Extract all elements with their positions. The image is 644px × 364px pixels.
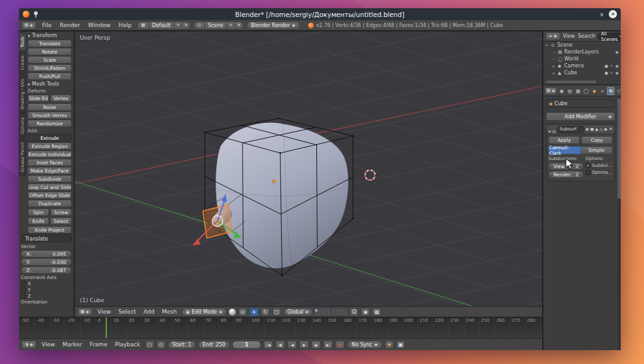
selectability-icon[interactable] — [610, 71, 613, 76]
vector-number-field[interactable]: X: 0.095 — [21, 250, 72, 258]
object-data-tab[interactable]: ▽ — [615, 87, 621, 95]
editor-type-button[interactable] — [77, 308, 92, 316]
renderability-icon[interactable] — [615, 50, 619, 55]
jump-start-button[interactable]: |◀ — [264, 341, 273, 349]
screen-layout-name[interactable]: Default — [149, 22, 174, 29]
browse-scenes-icon[interactable] — [194, 22, 205, 29]
mode-select[interactable]: Edit Mode — [182, 308, 226, 316]
timeline-ruler[interactable]: -50-40-30-20-100102030405060708090100110… — [19, 317, 542, 339]
delete-modifier-button[interactable]: ✕ — [609, 127, 613, 132]
close-window-button[interactable]: ✕ — [609, 10, 617, 18]
tool-button[interactable]: Vertex — [50, 94, 72, 102]
editor-type-button[interactable] — [21, 341, 36, 349]
end-frame-field[interactable]: End: 250 — [198, 341, 230, 349]
menu-item[interactable]: Add — [141, 309, 157, 315]
window-titlebar[interactable]: Blender* [/home/sergiy/Документы/untitle… — [19, 8, 621, 20]
menu-item[interactable]: Help — [116, 22, 135, 28]
snap-magnet-toggle[interactable] — [350, 308, 358, 316]
menu-item[interactable]: Frame — [87, 341, 109, 348]
menu-item[interactable]: Playback — [113, 341, 143, 348]
jump-end-button[interactable]: ▶| — [323, 341, 333, 349]
renderability-icon[interactable] — [615, 64, 619, 69]
play-reverse-button[interactable]: ◀ — [287, 341, 297, 349]
tool-button[interactable]: Make Edge/Face — [28, 167, 72, 174]
viewport-3d[interactable]: User Persp (1) Cube ViewSelectAddMesh Ed… — [75, 31, 542, 317]
object-tab[interactable]: ◆ — [591, 87, 598, 95]
play-button[interactable]: ▶ — [299, 341, 309, 349]
catmull-clark-toggle[interactable]: Catmull-Clark — [548, 146, 581, 154]
tool-button[interactable]: Knife — [28, 217, 49, 225]
modifier-panel-header[interactable]: Subsurf ◉ ● ▲ △ ✕ — [547, 125, 614, 134]
scrollbar-track[interactable] — [618, 96, 621, 350]
axis-checkbox[interactable] — [21, 293, 26, 299]
scrollbar-thumb[interactable] — [618, 98, 621, 199]
tool-button[interactable]: Inset Faces — [28, 159, 72, 166]
editor-type-button[interactable] — [545, 32, 560, 40]
pivot-point-select[interactable] — [238, 308, 247, 316]
tool-button[interactable]: Duplicate — [28, 200, 72, 207]
tool-button[interactable]: Extrude Region — [28, 142, 72, 150]
expand-icon[interactable]: ▸ — [553, 64, 558, 68]
modifier-name-field[interactable]: Subsurf — [557, 126, 584, 133]
vector-number-field[interactable]: Y: -0.030 — [21, 258, 72, 266]
world-tab[interactable]: ◯ — [582, 87, 590, 95]
menu-item[interactable]: Render — [57, 22, 82, 28]
simple-toggle[interactable]: Simple — [581, 146, 613, 154]
render-engine-select[interactable]: Blender Render — [247, 21, 300, 30]
display-mode-select[interactable]: All Scenes — [597, 33, 621, 40]
visibility-icon[interactable] — [604, 71, 608, 76]
copy-button[interactable]: Copy — [581, 136, 613, 144]
subdivide-uvs-checkbox[interactable] — [586, 163, 591, 168]
render-layers-tab[interactable]: ▤ — [566, 87, 574, 95]
menu-item[interactable]: Mesh — [160, 309, 180, 315]
tool-button[interactable]: Offset Edge Slide — [28, 191, 72, 199]
tool-button[interactable]: Scale — [28, 56, 72, 64]
transform-panel-header[interactable]: Transform — [28, 32, 72, 39]
cage-toggle[interactable]: △ — [599, 127, 602, 132]
prev-keyframe-button[interactable]: ◀| — [275, 341, 285, 349]
add-modifier-button[interactable]: Add Modifier — [546, 112, 615, 121]
tool-button[interactable]: Shrink/Fatten — [28, 64, 72, 72]
browse-screens-icon[interactable] — [138, 22, 149, 29]
tool-button[interactable]: Extrude Individual — [28, 151, 72, 158]
viewport-visibility-toggle[interactable]: ● — [590, 127, 594, 132]
next-keyframe-button[interactable]: |▶ — [311, 341, 321, 349]
tool-button[interactable]: Knife Project — [28, 226, 72, 234]
add-screen-button[interactable]: + — [174, 22, 182, 29]
tool-shelf-tab[interactable]: Shading / UVs — [19, 75, 26, 113]
tool-shelf-tab[interactable]: Options — [19, 113, 26, 138]
tool-shelf-tab[interactable]: Grease Pencil — [19, 139, 26, 176]
mesh-tools-panel-header[interactable]: Mesh Tools — [28, 81, 72, 88]
outliner-row[interactable]: ▾ ⊙ Scene — [543, 42, 621, 48]
layer-grid[interactable] — [315, 309, 347, 315]
outliner-row[interactable]: ▸ ◆ Camera — [543, 62, 621, 69]
transform-orientation-select[interactable]: Global — [284, 308, 313, 316]
add-scene-button[interactable]: + — [227, 22, 235, 29]
viewport-shading-icon[interactable] — [229, 309, 236, 316]
render-visibility-toggle[interactable]: ◉ — [586, 127, 589, 132]
delete-scene-button[interactable]: ✕ — [235, 22, 243, 29]
tool-button[interactable]: Translate — [28, 40, 72, 47]
tool-button[interactable]: Rotate — [28, 48, 72, 55]
constraints-tab[interactable]: ∞ — [599, 87, 606, 95]
apply-button[interactable]: Apply — [548, 136, 580, 144]
editor-type-button[interactable] — [545, 87, 557, 95]
renderability-icon[interactable] — [615, 71, 619, 76]
menu-item[interactable]: Marker — [60, 341, 84, 348]
axis-checkbox[interactable] — [21, 287, 26, 292]
render-subdivisions-field[interactable]: Render: 2 — [548, 171, 584, 178]
outliner-row[interactable]: ∘ ▤ RenderLayers — [543, 48, 621, 55]
move-modifier-arrows[interactable] — [604, 127, 608, 132]
shade-window-icon[interactable]: ∨ — [599, 11, 604, 18]
tool-button[interactable]: Noise — [28, 103, 72, 111]
delete-screen-button[interactable]: ✕ — [182, 22, 190, 29]
outliner-row[interactable]: ▸ ▲ Cube — [543, 69, 621, 76]
record-button[interactable]: ● — [335, 341, 345, 349]
menu-item[interactable]: View — [562, 33, 575, 39]
scene-tab[interactable]: ▦ — [574, 87, 582, 95]
tool-button[interactable]: Randomize — [28, 120, 72, 127]
operator-panel-header[interactable]: Translate — [21, 235, 72, 242]
menu-item[interactable]: View — [95, 309, 113, 315]
optimal-display-checkbox[interactable] — [586, 170, 591, 175]
tool-button[interactable]: Spin — [28, 208, 49, 216]
